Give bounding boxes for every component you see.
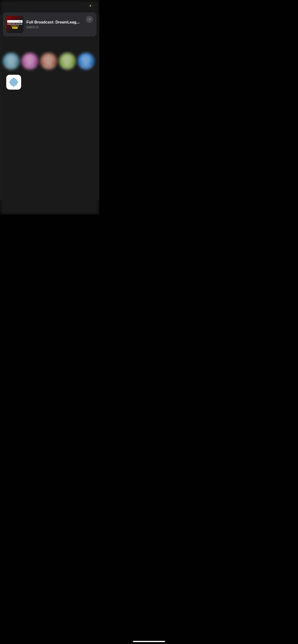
person-avatar[interactable]	[59, 53, 76, 70]
thumbnail-title: DREAMLEAGUE	[8, 23, 23, 26]
svg-point-4	[13, 82, 14, 83]
close-icon: ✕	[88, 18, 91, 21]
person-avatar[interactable]	[3, 53, 20, 70]
preview-url: twitch.tv	[26, 25, 93, 29]
intel-logo: intel.	[19, 20, 22, 22]
person-avatar[interactable]	[78, 53, 95, 70]
preview-info: Full Broadcast: DreamLeag... twitch.tv	[26, 20, 93, 29]
thumbnail-season: SEASON 23	[11, 25, 19, 26]
airdrop-icon-container	[6, 75, 21, 90]
preview-title: Full Broadcast: DreamLeag...	[26, 20, 93, 24]
person-avatar[interactable]	[40, 53, 57, 70]
preview-card: ⊘ intel. DREAMLEAGUE SEASON 23 DAY 5 Ful…	[3, 12, 96, 36]
twitch-logo: ⊘	[8, 20, 9, 22]
people-row	[0, 51, 99, 72]
airdrop-icon	[9, 78, 18, 87]
close-button[interactable]: ✕	[86, 16, 93, 23]
preview-thumbnail: ⊘ intel. DREAMLEAGUE SEASON 23 DAY 5	[6, 16, 24, 33]
thumbnail-day: DAY 5	[12, 27, 18, 29]
person-avatar[interactable]	[22, 53, 38, 70]
